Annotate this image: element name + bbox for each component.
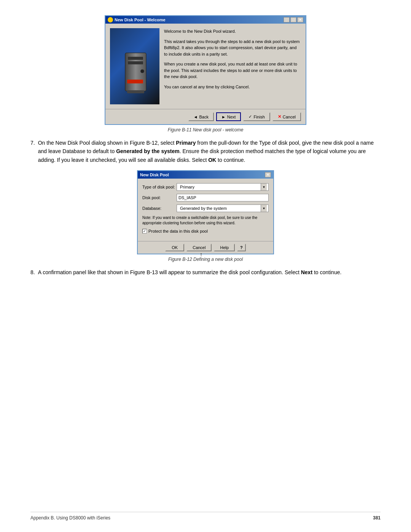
figure-b11-container: New Disk Pool - Welcome _ □ ✕: [30, 15, 381, 133]
disk-pool-input[interactable]: DS_IASP: [177, 194, 269, 201]
welcome-dialog-footer: ◄ Back ► Next ✓ Finish ✕ Cancel: [105, 109, 306, 124]
next-icon: ►: [221, 115, 226, 119]
checkbox-row: ✓ Protect the data in this disk pool: [142, 229, 269, 233]
step7-item: 7. On the New Disk Pool dialog shown in …: [30, 139, 381, 164]
close-button[interactable]: ✕: [297, 17, 303, 22]
step8-item: 8. A confirmation panel like that shown …: [30, 268, 381, 276]
step8-text-part1: A confirmation panel like that shown in …: [38, 269, 301, 275]
footer-text: Appendix B. Using DS8000 with iSeries: [30, 515, 110, 521]
titlebar-controls: _ □ ✕: [284, 17, 303, 22]
computer-graphic: [119, 42, 150, 91]
welcome-dialog-titlebar: New Disk Pool - Welcome _ □ ✕: [105, 16, 306, 24]
svg-rect-7: [127, 90, 144, 93]
step7-number: 7.: [30, 139, 35, 164]
step7-text-part4: to continue.: [216, 157, 245, 163]
disk-pool-value: DS_IASP: [178, 195, 196, 200]
cancel-button2[interactable]: Cancel: [186, 244, 212, 251]
help-button[interactable]: Help: [214, 244, 235, 251]
page-container: New Disk Pool - Welcome _ □ ✕: [0, 0, 411, 532]
database-label: Database:: [142, 206, 177, 211]
new-disk-pool-body: Type of disk pool: Primary ▼ Disk pool: …: [138, 179, 273, 241]
step8-number: 8.: [30, 268, 35, 276]
step7-bold2: Generated by the system: [116, 148, 180, 154]
dialog2-close-button[interactable]: ✕: [265, 172, 271, 177]
svg-rect-4: [128, 61, 143, 64]
question-button[interactable]: ?: [237, 244, 246, 251]
finish-icon: ✓: [249, 114, 252, 119]
type-select[interactable]: Primary ▼: [177, 183, 269, 191]
disk-pool-label: Disk pool:: [142, 195, 177, 200]
titlebar-title: New Disk Pool - Welcome: [108, 17, 166, 22]
back-button[interactable]: ◄ Back: [188, 112, 214, 121]
computer-svg: [119, 42, 154, 95]
back-icon: ◄: [194, 115, 198, 119]
step7-bold3: OK: [208, 157, 216, 163]
welcome-text-4: You can cancel at any time by clicking C…: [164, 84, 301, 90]
welcome-text-area: Welcome to the New Disk Pool wizard. Thi…: [164, 28, 301, 104]
page-number: 381: [373, 515, 381, 521]
welcome-dialog: New Disk Pool - Welcome _ □ ✕: [105, 15, 306, 125]
new-disk-pool-titlebar: New Disk Pool ✕: [138, 171, 273, 179]
step7-text-part1: On the New Disk Pool dialog shown in Fig…: [38, 140, 176, 146]
svg-rect-3: [128, 57, 143, 60]
disk-pool-control: DS_IASP: [177, 194, 269, 201]
welcome-text-3: When you create a new disk pool, you mus…: [164, 61, 301, 80]
minimize-button[interactable]: _: [284, 17, 290, 22]
svg-rect-5: [127, 80, 143, 83]
cancel-icon: ✕: [278, 114, 281, 119]
welcome-text-1: Welcome to the New Disk Pool wizard.: [164, 28, 301, 35]
database-control: Generated by the system ▼: [177, 204, 269, 212]
restore-button[interactable]: □: [290, 17, 296, 22]
checkbox-label: Protect the data in this disk pool: [148, 229, 208, 233]
figure-b12-caption: Figure B-12 Defining a new disk pool: [168, 257, 243, 262]
cursor-indicator: ↑: [200, 251, 202, 257]
type-label: Type of disk pool:: [142, 185, 177, 189]
cancel-label: Cancel: [283, 115, 296, 119]
back-label: Back: [199, 115, 208, 119]
welcome-dialog-body: Welcome to the New Disk Pool wizard. Thi…: [105, 24, 306, 109]
finish-button[interactable]: ✓ Finish: [243, 112, 270, 121]
disk-pool-row: Disk pool: DS_IASP: [142, 194, 269, 201]
cancel-button[interactable]: ✕ Cancel: [272, 112, 301, 121]
database-dropdown-arrow[interactable]: ▼: [261, 205, 267, 212]
type-value: Primary: [178, 185, 196, 189]
next-button[interactable]: ► Next: [216, 112, 241, 121]
page-footer: Appendix B. Using DS8000 with iSeries 38…: [30, 512, 381, 521]
figure-b11-caption: Figure B-11 New disk pool - welcome: [168, 127, 244, 133]
type-control: Primary ▼: [177, 183, 269, 191]
step8-text: A confirmation panel like that shown in …: [38, 268, 381, 276]
welcome-image: [110, 28, 159, 104]
step8-bold1: Next: [301, 269, 312, 275]
type-row: Type of disk pool: Primary ▼: [142, 183, 269, 191]
new-disk-pool-footer: OK Cancel Help ?: [138, 241, 273, 254]
step8-text-part2: to continue.: [312, 269, 341, 275]
type-dropdown-arrow[interactable]: ▼: [261, 184, 267, 190]
svg-point-6: [140, 69, 144, 73]
database-value: Generated by the system: [178, 206, 228, 211]
dialog-title: New Disk Pool - Welcome: [115, 18, 166, 22]
new-disk-pool-dialog: New Disk Pool ✕ Type of disk pool: Prima…: [137, 170, 274, 254]
finish-label: Finish: [253, 115, 264, 119]
figure-b12-container: New Disk Pool ✕ Type of disk pool: Prima…: [30, 170, 381, 262]
ok-button[interactable]: OK: [165, 244, 184, 251]
database-select[interactable]: Generated by the system ▼: [177, 204, 269, 212]
step7-text: On the New Disk Pool dialog shown in Fig…: [38, 139, 381, 164]
note-text: Note: If you want to create a switchable…: [142, 215, 269, 226]
dialog2-title: New Disk Pool: [140, 173, 169, 177]
database-row: Database: Generated by the system ▼: [142, 204, 269, 212]
disk-icon: [108, 17, 113, 22]
step7-bold1: Primary: [176, 140, 196, 146]
next-label: Next: [227, 115, 236, 119]
welcome-text-2: This wizard takes you through the steps …: [164, 38, 301, 58]
protect-checkbox[interactable]: ✓: [142, 229, 147, 233]
